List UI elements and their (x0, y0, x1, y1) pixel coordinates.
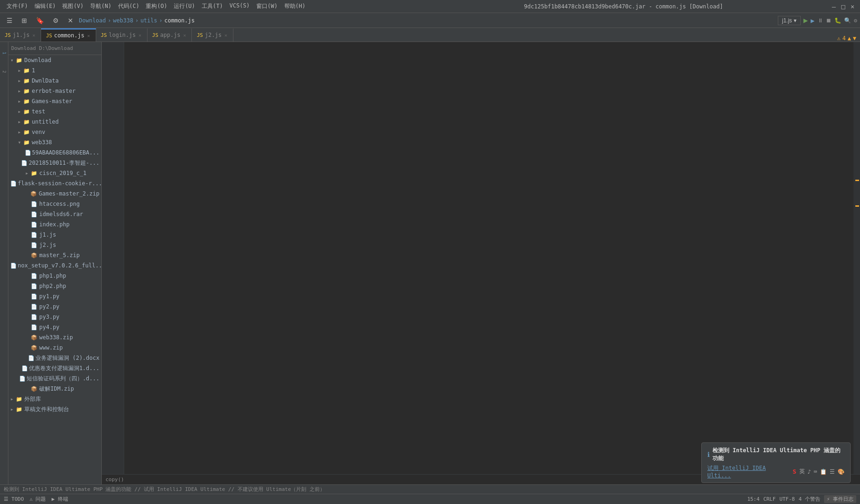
warning-down-arrow[interactable]: ▼ (853, 35, 856, 42)
sidebar-item-web338[interactable]: ▾📁web338 (8, 137, 101, 147)
maximize-button[interactable]: □ (839, 3, 847, 10)
cursor-position[interactable]: 15:4 (747, 496, 760, 502)
terminal-item[interactable]: ▶ 终端 (51, 496, 68, 503)
sidebar-item-htaccess[interactable]: 📄htaccess.png (8, 199, 101, 209)
tree-label: 59ABAAD8E68806EBA... (32, 149, 100, 156)
sidebar-item-py1[interactable]: 📄py1.py (8, 291, 101, 301)
warning-up-arrow[interactable]: ▲ (848, 35, 851, 42)
sidebar-item-flask[interactable]: 📄flask-session-cookie-r... (8, 178, 101, 189)
close-panel-btn[interactable]: ✕ (64, 16, 77, 25)
menu-window[interactable]: 窗口(W) (254, 1, 281, 11)
sidebar-item-sms[interactable]: 📄短信验证码系列（四）.d... (8, 373, 101, 384)
menu-refactor[interactable]: 重构(O) (143, 1, 170, 11)
debug-button[interactable]: 🐛 (834, 17, 841, 24)
charset[interactable]: UTF-8 (779, 496, 795, 502)
sidebar-item-games[interactable]: ▸📁Games-master (8, 96, 101, 106)
pause-button[interactable]: ⏸ (818, 17, 823, 24)
tab-j2[interactable]: JS j2.js ✕ (192, 28, 233, 42)
sidebar-item-errbot[interactable]: ▸📁errbot-master (8, 86, 101, 96)
problems-item[interactable]: ⚠ 问题 (29, 496, 46, 503)
event-log[interactable]: ⚡ 事件日志 (824, 495, 856, 503)
sidebar-item-j2js[interactable]: 📄j2.js (8, 240, 101, 250)
sidebar-item-www[interactable]: 📦www.zip (8, 343, 101, 353)
sidebar-item-untitled[interactable]: ▸📁untitled (8, 117, 101, 127)
notif-icon-6[interactable]: 🎨 (838, 469, 845, 475)
notif-icon-1[interactable]: 英 (799, 468, 805, 476)
panel-icon-1[interactable]: 1 (0, 44, 8, 63)
run-debug-button[interactable]: ▶ (811, 17, 814, 24)
run-button[interactable]: ▶ (804, 16, 808, 25)
sidebar-item-web338zip[interactable]: 📦web338.zip (8, 332, 101, 343)
notif-icon-3[interactable]: ⌨ (814, 469, 817, 475)
minimize-button[interactable]: — (830, 3, 838, 10)
menu-help[interactable]: 帮助(H) (282, 1, 309, 11)
close-button[interactable]: × (849, 3, 856, 10)
project-view-btn[interactable]: ☰ (3, 16, 16, 25)
structure-btn[interactable]: ⊞ (18, 16, 31, 25)
settings-gear-button[interactable]: ⚙ (854, 17, 857, 24)
sidebar-item-cisco[interactable]: ▸📁ciscn_2019_c_1 (8, 168, 101, 178)
sidebar-item-1[interactable]: ▸📁1 (8, 65, 101, 76)
sidebar-item-idmels[interactable]: 📄idmelsds6.rar (8, 209, 101, 219)
menu-file[interactable]: 文件(F) (4, 1, 31, 11)
breadcrumb-utils[interactable]: utils (141, 17, 157, 24)
sidebar-item-php1[interactable]: 📄php1.php (8, 271, 101, 281)
tree-icon: 📦 (31, 335, 38, 341)
stop-button[interactable]: ⏹ (826, 17, 832, 24)
sidebar-tree[interactable]: ▾📁Download▸📁1▸📁DwnlData▸📁errbot-master▸📁… (8, 55, 101, 484)
menu-edit[interactable]: 编辑(E) (32, 1, 59, 11)
sidebar-item-gameszip[interactable]: 📦Games-master_2.zip (8, 189, 101, 199)
tab-j1-close[interactable]: ✕ (31, 32, 36, 38)
tab-login[interactable]: JS login.js ✕ (96, 28, 148, 42)
sidebar-item-scratches[interactable]: ▸📁草稿文件和控制台 (8, 404, 101, 414)
menu-run[interactable]: 运行(U) (171, 1, 198, 11)
sidebar-item-external[interactable]: ▸📁外部库 (8, 394, 101, 404)
run-config-selector[interactable]: j1.js ▾ (778, 16, 801, 25)
settings-btn[interactable]: ⚙ (49, 16, 63, 25)
sidebar-item-busi1[interactable]: 📄业务逻辑漏洞 (2).docx (8, 353, 101, 363)
sidebar-item-php2[interactable]: 📄php2.php (8, 281, 101, 291)
tab-common[interactable]: JS common.js ✕ (41, 28, 96, 42)
sidebar-item-nox[interactable]: 📄nox_setup_v7.0.2.6_full... (8, 260, 101, 271)
menu-view[interactable]: 视图(V) (59, 1, 86, 11)
search-everywhere-button[interactable]: 🔍 (844, 17, 851, 24)
notif-icon-4[interactable]: 📋 (820, 469, 827, 475)
notif-icon-2[interactable]: ♪ (808, 469, 811, 475)
sidebar-item-py4[interactable]: 📄py4.py (8, 322, 101, 332)
sidebar-item-idm[interactable]: 📦破解IDM.zip (8, 384, 101, 394)
sidebar-item-indexphp[interactable]: 📄index.php (8, 219, 101, 230)
sidebar-item-py3[interactable]: 📄py3.py (8, 312, 101, 322)
breadcrumb-file[interactable]: common.js (164, 17, 195, 24)
code-editor[interactable] (102, 42, 860, 474)
tab-j2-close[interactable]: ✕ (224, 32, 228, 38)
panel-icon-2[interactable]: 2 (0, 63, 8, 81)
breadcrumb-download[interactable]: Download (79, 17, 106, 24)
sidebar-item-hex1[interactable]: 📄59ABAAD8E68806EBA... (8, 147, 101, 158)
tab-j1[interactable]: JS j1.js ✕ (0, 28, 41, 42)
notif-icon-5[interactable]: ☰ (830, 469, 835, 475)
sidebar-item-doc1[interactable]: 📄20218510011-李智超-... (8, 158, 101, 168)
sidebar-item-test[interactable]: ▸📁test (8, 106, 101, 117)
sidebar-item-venv[interactable]: ▸📁venv (8, 127, 101, 137)
bookmark-btn[interactable]: 🔖 (32, 16, 48, 25)
sidebar-item-master5[interactable]: 📦master_5.zip (8, 250, 101, 260)
sidebar-item-j1js[interactable]: 📄j1.js (8, 230, 101, 240)
tab-app[interactable]: JS app.js ✕ (148, 28, 192, 42)
tab-login-close[interactable]: ✕ (138, 32, 142, 38)
todo-item[interactable]: ☰ TODO (4, 496, 24, 502)
menu-tools[interactable]: 工具(T) (199, 1, 226, 11)
code-content[interactable] (134, 42, 853, 474)
menu-code[interactable]: 代码(C) (115, 1, 142, 11)
tab-common-close[interactable]: ✕ (86, 33, 91, 39)
sidebar-item-py2[interactable]: 📄py2.py (8, 301, 101, 312)
sidebar-item-dwnldata[interactable]: ▸📁DwnlData (8, 76, 101, 86)
sidebar-item-download[interactable]: ▾📁Download (8, 55, 101, 65)
breadcrumb-web338[interactable]: web338 (113, 17, 133, 24)
menu-vcs[interactable]: VCS(S) (227, 1, 253, 11)
line-endings[interactable]: CRLF (763, 496, 776, 502)
tab-app-close[interactable]: ✕ (182, 32, 187, 38)
menu-navigate[interactable]: 导航(N) (87, 1, 114, 11)
sidebar-item-busi2[interactable]: 📄优惠卷支付逻辑漏洞1.d... (8, 363, 101, 373)
notification-link[interactable]: 试用 IntelliJ IDEA Ulti... (707, 464, 790, 479)
warning-count-status[interactable]: 4 个警告 (799, 496, 820, 503)
